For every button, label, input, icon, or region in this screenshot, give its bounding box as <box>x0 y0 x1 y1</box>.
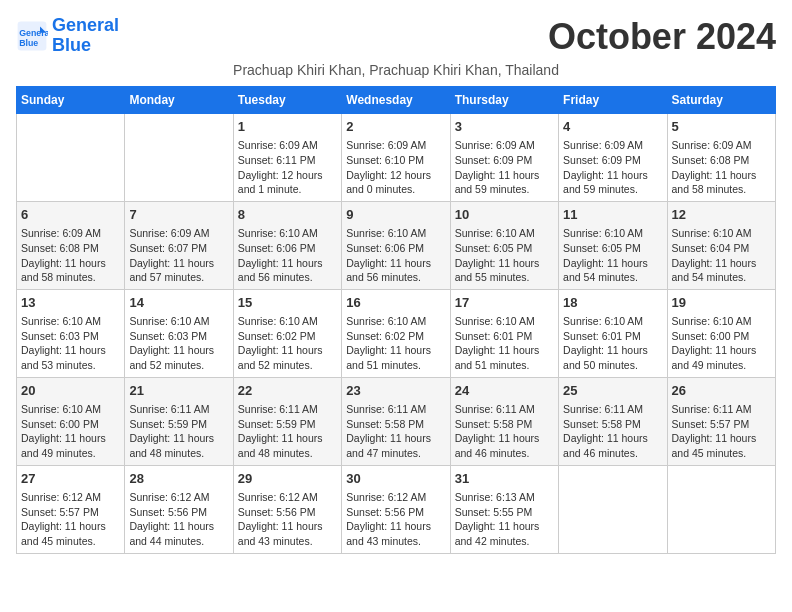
day-number: 8 <box>238 206 337 224</box>
sunset-text: Sunset: 5:58 PM <box>455 418 533 430</box>
sunset-text: Sunset: 5:58 PM <box>346 418 424 430</box>
calendar-cell: 17 Sunrise: 6:10 AM Sunset: 6:01 PM Dayl… <box>450 289 558 377</box>
day-number: 20 <box>21 382 120 400</box>
sunset-text: Sunset: 6:06 PM <box>346 242 424 254</box>
calendar-cell <box>559 465 667 553</box>
sunrise-text: Sunrise: 6:13 AM <box>455 491 535 503</box>
daylight-text: Daylight: 11 hours and 46 minutes. <box>455 432 540 459</box>
calendar-subtitle: Prachuap Khiri Khan, Prachuap Khiri Khan… <box>16 62 776 78</box>
daylight-text: Daylight: 12 hours and 1 minute. <box>238 169 323 196</box>
sunset-text: Sunset: 6:00 PM <box>21 418 99 430</box>
day-number: 3 <box>455 118 554 136</box>
calendar-cell: 6 Sunrise: 6:09 AM Sunset: 6:08 PM Dayli… <box>17 201 125 289</box>
sunset-text: Sunset: 6:08 PM <box>672 154 750 166</box>
daylight-text: Daylight: 11 hours and 56 minutes. <box>238 257 323 284</box>
calendar-week-4: 20 Sunrise: 6:10 AM Sunset: 6:00 PM Dayl… <box>17 377 776 465</box>
calendar-cell: 11 Sunrise: 6:10 AM Sunset: 6:05 PM Dayl… <box>559 201 667 289</box>
sunset-text: Sunset: 6:02 PM <box>346 330 424 342</box>
day-number: 16 <box>346 294 445 312</box>
day-number: 29 <box>238 470 337 488</box>
col-friday: Friday <box>559 87 667 114</box>
day-number: 1 <box>238 118 337 136</box>
calendar-cell: 14 Sunrise: 6:10 AM Sunset: 6:03 PM Dayl… <box>125 289 233 377</box>
sunrise-text: Sunrise: 6:12 AM <box>238 491 318 503</box>
daylight-text: Daylight: 11 hours and 59 minutes. <box>455 169 540 196</box>
sunset-text: Sunset: 6:05 PM <box>455 242 533 254</box>
sunrise-text: Sunrise: 6:09 AM <box>672 139 752 151</box>
day-number: 25 <box>563 382 662 400</box>
sunrise-text: Sunrise: 6:11 AM <box>563 403 643 415</box>
calendar-cell: 25 Sunrise: 6:11 AM Sunset: 5:58 PM Dayl… <box>559 377 667 465</box>
sunset-text: Sunset: 5:57 PM <box>672 418 750 430</box>
day-number: 27 <box>21 470 120 488</box>
calendar-cell: 16 Sunrise: 6:10 AM Sunset: 6:02 PM Dayl… <box>342 289 450 377</box>
calendar-cell: 3 Sunrise: 6:09 AM Sunset: 6:09 PM Dayli… <box>450 114 558 202</box>
sunrise-text: Sunrise: 6:10 AM <box>238 315 318 327</box>
sunset-text: Sunset: 5:55 PM <box>455 506 533 518</box>
sunset-text: Sunset: 5:56 PM <box>346 506 424 518</box>
day-number: 28 <box>129 470 228 488</box>
header-row: Sunday Monday Tuesday Wednesday Thursday… <box>17 87 776 114</box>
calendar-cell: 18 Sunrise: 6:10 AM Sunset: 6:01 PM Dayl… <box>559 289 667 377</box>
sunset-text: Sunset: 5:59 PM <box>129 418 207 430</box>
logo: General Blue GeneralBlue <box>16 16 119 56</box>
day-number: 30 <box>346 470 445 488</box>
sunrise-text: Sunrise: 6:12 AM <box>129 491 209 503</box>
day-number: 9 <box>346 206 445 224</box>
sunset-text: Sunset: 6:09 PM <box>455 154 533 166</box>
calendar-cell <box>17 114 125 202</box>
daylight-text: Daylight: 11 hours and 52 minutes. <box>238 344 323 371</box>
day-number: 31 <box>455 470 554 488</box>
sunrise-text: Sunrise: 6:09 AM <box>129 227 209 239</box>
sunrise-text: Sunrise: 6:11 AM <box>346 403 426 415</box>
day-number: 22 <box>238 382 337 400</box>
calendar-cell: 19 Sunrise: 6:10 AM Sunset: 6:00 PM Dayl… <box>667 289 775 377</box>
sunset-text: Sunset: 6:03 PM <box>21 330 99 342</box>
daylight-text: Daylight: 12 hours and 0 minutes. <box>346 169 431 196</box>
col-sunday: Sunday <box>17 87 125 114</box>
sunrise-text: Sunrise: 6:10 AM <box>672 227 752 239</box>
sunset-text: Sunset: 5:56 PM <box>238 506 316 518</box>
daylight-text: Daylight: 11 hours and 54 minutes. <box>563 257 648 284</box>
sunset-text: Sunset: 6:11 PM <box>238 154 316 166</box>
daylight-text: Daylight: 11 hours and 45 minutes. <box>21 520 106 547</box>
daylight-text: Daylight: 11 hours and 54 minutes. <box>672 257 757 284</box>
calendar-cell <box>667 465 775 553</box>
sunset-text: Sunset: 6:02 PM <box>238 330 316 342</box>
daylight-text: Daylight: 11 hours and 49 minutes. <box>672 344 757 371</box>
day-number: 17 <box>455 294 554 312</box>
sunrise-text: Sunrise: 6:10 AM <box>21 315 101 327</box>
sunrise-text: Sunrise: 6:10 AM <box>455 227 535 239</box>
calendar-cell: 1 Sunrise: 6:09 AM Sunset: 6:11 PM Dayli… <box>233 114 341 202</box>
sunrise-text: Sunrise: 6:09 AM <box>346 139 426 151</box>
day-number: 11 <box>563 206 662 224</box>
sunrise-text: Sunrise: 6:12 AM <box>346 491 426 503</box>
calendar-cell: 23 Sunrise: 6:11 AM Sunset: 5:58 PM Dayl… <box>342 377 450 465</box>
sunrise-text: Sunrise: 6:11 AM <box>672 403 752 415</box>
calendar-cell: 7 Sunrise: 6:09 AM Sunset: 6:07 PM Dayli… <box>125 201 233 289</box>
sunset-text: Sunset: 5:56 PM <box>129 506 207 518</box>
sunrise-text: Sunrise: 6:09 AM <box>563 139 643 151</box>
daylight-text: Daylight: 11 hours and 53 minutes. <box>21 344 106 371</box>
sunset-text: Sunset: 6:09 PM <box>563 154 641 166</box>
calendar-cell: 26 Sunrise: 6:11 AM Sunset: 5:57 PM Dayl… <box>667 377 775 465</box>
logo-text: GeneralBlue <box>52 16 119 56</box>
daylight-text: Daylight: 11 hours and 44 minutes. <box>129 520 214 547</box>
sunset-text: Sunset: 6:01 PM <box>455 330 533 342</box>
calendar-cell: 22 Sunrise: 6:11 AM Sunset: 5:59 PM Dayl… <box>233 377 341 465</box>
daylight-text: Daylight: 11 hours and 49 minutes. <box>21 432 106 459</box>
calendar-cell: 31 Sunrise: 6:13 AM Sunset: 5:55 PM Dayl… <box>450 465 558 553</box>
calendar-week-2: 6 Sunrise: 6:09 AM Sunset: 6:08 PM Dayli… <box>17 201 776 289</box>
sunrise-text: Sunrise: 6:11 AM <box>129 403 209 415</box>
page-header: General Blue GeneralBlue October 2024 <box>16 16 776 58</box>
daylight-text: Daylight: 11 hours and 45 minutes. <box>672 432 757 459</box>
calendar-cell: 27 Sunrise: 6:12 AM Sunset: 5:57 PM Dayl… <box>17 465 125 553</box>
sunset-text: Sunset: 5:58 PM <box>563 418 641 430</box>
day-number: 26 <box>672 382 771 400</box>
sunrise-text: Sunrise: 6:12 AM <box>21 491 101 503</box>
sunrise-text: Sunrise: 6:10 AM <box>455 315 535 327</box>
day-number: 21 <box>129 382 228 400</box>
calendar-cell: 2 Sunrise: 6:09 AM Sunset: 6:10 PM Dayli… <box>342 114 450 202</box>
sunset-text: Sunset: 6:08 PM <box>21 242 99 254</box>
calendar-cell: 30 Sunrise: 6:12 AM Sunset: 5:56 PM Dayl… <box>342 465 450 553</box>
